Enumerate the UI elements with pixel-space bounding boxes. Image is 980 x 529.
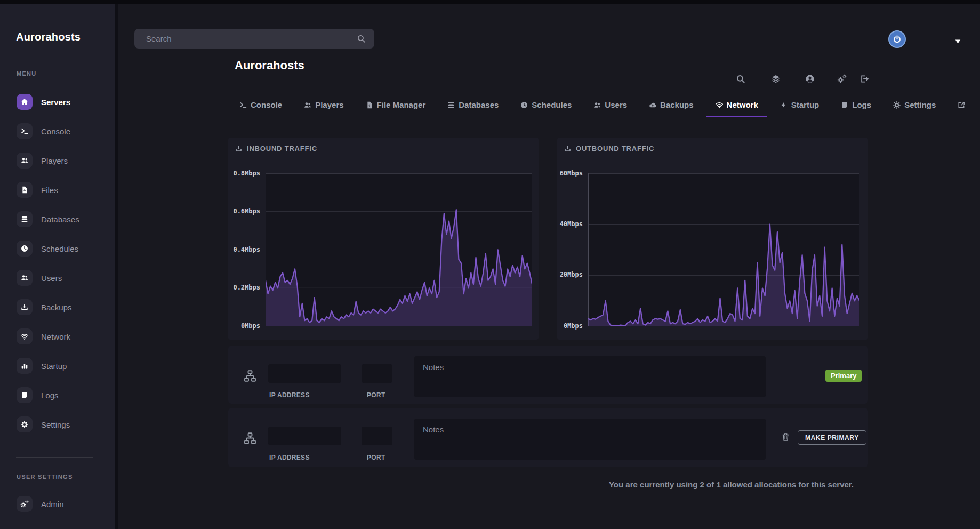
sitemap-icon	[243, 431, 257, 445]
tab-settings[interactable]: Settings	[893, 100, 936, 109]
allocation-row: IP ADDRESS PORT MAKE PRIMARY	[228, 408, 868, 467]
y-axis-tick-label: 0.4Mbps	[233, 246, 260, 253]
sidebar-item-label: Backups	[41, 303, 72, 312]
allocation-row: IP ADDRESS PORT Primary	[228, 346, 868, 404]
sidebar-section-user-settings: USER SETTINGS	[17, 474, 73, 480]
search-icon[interactable]	[736, 74, 745, 84]
tab-network[interactable]: Network	[715, 100, 758, 109]
sidebar-content-divider	[115, 4, 118, 529]
users-icon	[303, 101, 312, 109]
sidebar-item-servers[interactable]: Servers	[17, 94, 79, 110]
ip-address-field[interactable]	[268, 427, 341, 445]
chevron-down-icon[interactable]	[954, 37, 961, 42]
users-icon	[593, 101, 601, 109]
port-field[interactable]	[362, 427, 392, 445]
sidebar-item-label: Admin	[41, 500, 64, 509]
y-axis-tick-label: 0.8Mbps	[233, 170, 260, 177]
sidebar-item-logs[interactable]: Logs	[17, 387, 79, 403]
sidebar-item-databases[interactable]: Databases	[17, 211, 79, 227]
tab-file-manager[interactable]: File Manager	[365, 100, 426, 109]
make-primary-button[interactable]: MAKE PRIMARY	[798, 430, 866, 445]
open-in-new-tab-button[interactable]	[957, 101, 966, 109]
tab-backups[interactable]: Backups	[648, 100, 694, 109]
ip-address-label: IP ADDRESS	[269, 391, 310, 399]
outbound-traffic-chart	[588, 173, 859, 326]
sidebar-item-startup[interactable]: Startup	[17, 358, 79, 374]
account-icon[interactable]	[805, 74, 815, 84]
database-icon	[447, 101, 455, 109]
bar-chart-icon	[17, 358, 33, 374]
sidebar-item-label: Network	[41, 332, 70, 341]
notes-field[interactable]	[414, 356, 766, 397]
sidebar-item-label: Startup	[41, 362, 67, 371]
tab-schedules[interactable]: Schedules	[520, 100, 572, 109]
inbound-traffic-title: INBOUND TRAFFIC	[235, 145, 317, 153]
inbound-traffic-card: INBOUND TRAFFIC 0.8Mbps0.6Mbps0.4Mbps0.2…	[228, 138, 539, 340]
y-axis-tick-label: 0Mbps	[564, 322, 583, 330]
ip-address-field[interactable]	[268, 364, 341, 383]
clock-icon	[520, 101, 528, 109]
note-icon	[17, 387, 33, 403]
page-title: Aurorahosts	[235, 59, 304, 73]
search-icon	[357, 34, 366, 43]
global-search	[134, 29, 374, 49]
upload-tray-icon	[564, 145, 572, 153]
delete-allocation-icon[interactable]	[781, 431, 791, 442]
port-label: PORT	[367, 454, 385, 461]
clock-icon	[17, 241, 33, 257]
sidebar-nav: Servers Console Players Files Databases …	[17, 94, 79, 432]
inbound-traffic-chart	[266, 173, 532, 326]
primary-badge: Primary	[825, 370, 862, 382]
users-icon	[17, 270, 33, 286]
tab-databases[interactable]: Databases	[447, 100, 499, 109]
y-axis-tick-label: 20Mbps	[560, 271, 583, 278]
tab-users[interactable]: Users	[593, 100, 627, 109]
y-axis-tick-label: 0Mbps	[241, 322, 260, 330]
y-axis-tick-label: 60Mbps	[560, 170, 583, 177]
sidebar-item-label: Players	[41, 156, 68, 165]
sidebar-item-label: Users	[41, 274, 62, 283]
sidebar-item-players[interactable]: Players	[17, 153, 79, 169]
sidebar-item-console[interactable]: Console	[17, 123, 79, 139]
sidebar-item-label: Schedules	[41, 244, 78, 253]
gear-icon	[893, 101, 901, 109]
sidebar-item-network[interactable]: Network	[17, 328, 79, 344]
sidebar-item-backups[interactable]: Backups	[17, 299, 79, 315]
tab-logs[interactable]: Logs	[840, 100, 871, 109]
sidebar-item-settings[interactable]: Settings	[17, 416, 79, 432]
sidebar-item-admin[interactable]: Admin	[17, 496, 64, 512]
database-icon	[17, 211, 33, 227]
tab-players[interactable]: Players	[303, 100, 343, 109]
sidebar-nav-secondary: Admin	[17, 496, 64, 512]
cogs-icon[interactable]	[837, 74, 847, 84]
sitemap-icon	[243, 369, 257, 383]
sidebar-section-menu: MENU	[17, 70, 37, 77]
port-field[interactable]	[362, 364, 392, 383]
sidebar-item-files[interactable]: Files	[17, 182, 79, 198]
power-logo[interactable]	[888, 30, 906, 48]
tab-startup[interactable]: Startup	[780, 100, 820, 109]
external-link-icon	[957, 101, 966, 109]
sidebar-item-schedules[interactable]: Schedules	[17, 241, 79, 257]
terminal-icon	[17, 123, 33, 139]
bolt-icon	[780, 101, 788, 109]
sidebar-divider-line	[16, 457, 93, 458]
logout-icon[interactable]	[859, 74, 869, 84]
brand-logo: Aurorahosts	[16, 31, 81, 43]
outbound-traffic-card: OUTBOUND TRAFFIC 60Mbps40Mbps20Mbps0Mbps	[557, 138, 868, 340]
note-icon	[840, 101, 849, 109]
y-axis-tick-label: 0.2Mbps	[233, 284, 260, 291]
tab-console[interactable]: Console	[239, 100, 282, 109]
layers-icon[interactable]	[771, 74, 781, 84]
download-tray-icon	[235, 145, 243, 153]
y-axis-tick-label: 0.6Mbps	[233, 207, 260, 215]
home-icon	[17, 94, 33, 110]
sidebar-item-label: Files	[41, 186, 58, 195]
search-input[interactable]	[134, 29, 374, 49]
notes-field[interactable]	[414, 419, 766, 460]
sidebar-item-users[interactable]: Users	[17, 270, 79, 286]
backup-icon	[17, 299, 33, 315]
port-label: PORT	[367, 391, 385, 399]
wifi-icon	[715, 101, 724, 109]
cloud-icon	[648, 101, 657, 109]
